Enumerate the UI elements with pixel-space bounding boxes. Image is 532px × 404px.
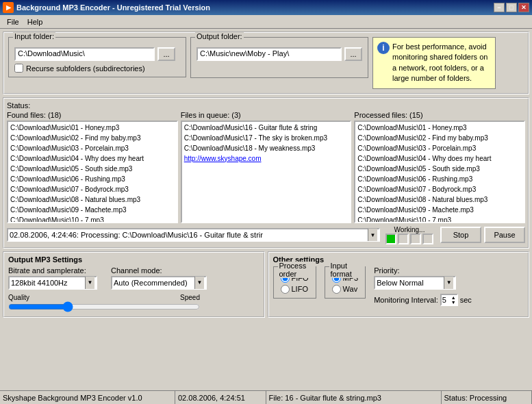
channel-combo[interactable]: Auto (Recommended) ▼	[111, 276, 207, 290]
file-menu[interactable]: File	[3, 16, 23, 27]
recurse-checkbox[interactable]	[14, 64, 23, 73]
list-item: C:\Download\Music\09 - Machete.mp3	[356, 205, 523, 215]
list-item: C:\Download\Music\01 - Honey.mp3	[356, 123, 523, 133]
processed-files-title: Processed files: (15)	[354, 111, 525, 119]
status-text-display: 02.08.2006, 4:24:46: Processing: C:\Down…	[7, 228, 380, 242]
title-bar: ▶ Background MP3 Encoder - Unregistered …	[0, 0, 532, 15]
list-item: C:\Download\Music\09 - Machete.mp3	[9, 205, 176, 215]
other-settings-panel: Other settings Process order FIFO	[268, 251, 530, 318]
list-item: C:\Download\Music\03 - Porcelain.mp3	[9, 143, 176, 153]
skyshape-link[interactable]: http://www.skyshape.com	[183, 153, 350, 164]
working-box-1	[385, 233, 396, 244]
list-item: C:\Download\Music\18 - My weakness.mp3	[183, 143, 350, 153]
found-files-list[interactable]: C:\Download\Music\01 - Honey.mp3C:\Downl…	[7, 121, 178, 223]
process-order-label: Process order	[278, 262, 316, 278]
wav-label: Wav	[343, 285, 358, 293]
working-box-2	[398, 233, 409, 244]
info-box: i For best performance, avoid monitoring…	[372, 37, 496, 89]
queue-files-section: Files in queue: (3) C:\Download\Music\16…	[181, 111, 352, 223]
output-mp3-settings: Output MP3 Settings Bitrate and samplera…	[3, 251, 265, 318]
list-item: C:\Download\Music\04 - Why does my heart	[356, 153, 523, 164]
list-item: C:\Download\Music\03 - Porcelain.mp3	[356, 143, 523, 153]
statusbar-app: Skyshape Background MP3 Encoder v1.0	[0, 391, 175, 404]
sec-label: sec	[460, 296, 472, 304]
quality-speed-slider[interactable]	[8, 301, 200, 312]
statusbar-file: File: 16 - Guitar flute & string.mp3	[266, 391, 442, 404]
list-item: C:\Download\Music\02 - Find my baby.mp3	[356, 133, 523, 143]
input-format-group: Input format MP3 Wav	[325, 266, 366, 306]
list-item: C:\Download\Music\07 - Bodyrock.mp3	[9, 184, 176, 194]
input-folder-label: Input folder:	[13, 32, 55, 40]
working-label: Working...	[394, 226, 425, 233]
output-folder-input[interactable]: C:\Music\new\Moby - Play\	[197, 47, 342, 61]
list-item: C:\Download\Music\17 - The sky is broken…	[183, 133, 350, 143]
stop-button[interactable]: Stop	[440, 227, 481, 243]
priority-label: Priority:	[374, 266, 472, 275]
lifo-label: LIFO	[292, 285, 308, 293]
close-button[interactable]: ✕	[518, 3, 529, 12]
help-menu[interactable]: Help	[23, 16, 47, 27]
list-item: C:\Download\Music\08 - Natural blues.mp3	[356, 194, 523, 205]
priority-combo[interactable]: Below Normal ▼	[374, 276, 456, 290]
list-item: C:\Download\Music\02 - Find my baby.mp3	[9, 133, 176, 143]
spinner-controls[interactable]: ▲ ▼	[451, 295, 456, 305]
app-title: Background MP3 Encoder - Unregistered Tr…	[16, 3, 494, 12]
app-icon: ▶	[3, 2, 14, 13]
output-settings-title: Output MP3 Settings	[8, 255, 259, 264]
speed-label: Speed	[180, 294, 200, 301]
spinner-up[interactable]: ▲	[451, 295, 456, 300]
lifo-radio[interactable]	[281, 285, 290, 294]
monitoring-row: Monitoring Interval: 5 ▲ ▼ sec	[374, 294, 472, 306]
processed-files-section: Processed files: (15) C:\Download\Music\…	[354, 111, 525, 223]
working-box-4	[422, 233, 433, 244]
status-section-label: Status:	[7, 101, 525, 110]
wav-radio[interactable]	[332, 285, 341, 294]
list-item: C:\Download\Music\07 - Bodyrock.mp3	[356, 184, 523, 194]
channel-label: Channel mode:	[111, 266, 207, 275]
output-browse-button[interactable]: ...	[344, 47, 362, 61]
queue-files-title: Files in queue: (3)	[181, 111, 352, 119]
status-bar: Skyshape Background MP3 Encoder v1.0 02.…	[0, 390, 532, 404]
info-text: For best performance, avoid monitoring s…	[392, 42, 491, 84]
statusbar-time: 02.08.2006, 4:24:51	[175, 391, 266, 404]
channel-combo-arrow[interactable]: ▼	[194, 277, 204, 289]
list-item: C:\Download\Music\10 - 7.mp3	[356, 215, 523, 223]
bitrate-combo[interactable]: 128kbit 44100Hz ▼	[8, 276, 97, 290]
monitoring-spinner[interactable]: 5 ▲ ▼	[440, 294, 458, 306]
channel-value: Auto (Recommended)	[114, 279, 188, 287]
statusbar-status: Status: Processing	[442, 391, 533, 404]
status-combo-arrow[interactable]: ▼	[368, 229, 377, 241]
bitrate-value: 128kbit 44100Hz	[11, 279, 68, 287]
input-folder-input[interactable]: C:\Download\Music\	[14, 47, 155, 61]
maximize-button[interactable]: □	[506, 3, 517, 12]
menu-bar: File Help	[0, 15, 532, 29]
list-item: C:\Download\Music\08 - Natural blues.mp3	[9, 194, 176, 205]
priority-group: Priority: Below Normal ▼ Monitoring Inte…	[374, 266, 472, 306]
quality-label: Quality	[8, 294, 29, 301]
input-browse-button[interactable]: ...	[157, 47, 175, 61]
pause-button[interactable]: Pause	[484, 227, 525, 243]
spinner-down[interactable]: ▼	[451, 300, 456, 305]
queue-files-list[interactable]: C:\Download\Music\16 - Guitar flute & st…	[181, 121, 352, 223]
monitoring-label: Monitoring Interval:	[374, 296, 438, 304]
wav-row: Wav	[332, 285, 359, 294]
recurse-label: Recurse subfolders (subdirectories)	[26, 64, 145, 73]
priority-combo-arrow[interactable]: ▼	[444, 277, 453, 289]
lifo-row: LIFO	[281, 285, 309, 294]
monitoring-value: 5	[442, 296, 446, 304]
bitrate-combo-arrow[interactable]: ▼	[85, 277, 94, 289]
working-boxes	[385, 233, 433, 244]
list-item: C:\Download\Music\05 - South side.mp3	[9, 164, 176, 174]
minimize-button[interactable]: −	[494, 3, 505, 12]
list-item: C:\Download\Music\01 - Honey.mp3	[9, 123, 176, 133]
found-files-section: Found files: (18) C:\Download\Music\01 -…	[7, 111, 178, 223]
working-box-3	[410, 233, 421, 244]
processed-files-list[interactable]: C:\Download\Music\01 - Honey.mp3C:\Downl…	[354, 121, 525, 223]
list-item: C:\Download\Music\06 - Rushing.mp3	[9, 174, 176, 184]
priority-value: Below Normal	[377, 279, 423, 287]
info-icon: i	[377, 42, 390, 54]
found-files-title: Found files: (18)	[7, 111, 178, 119]
status-text: 02.08.2006, 4:24:46: Processing: C:\Down…	[10, 231, 263, 239]
list-item: C:\Download\Music\10 - 7.mp3	[9, 215, 176, 223]
list-item: C:\Download\Music\06 - Rushing.mp3	[356, 174, 523, 184]
